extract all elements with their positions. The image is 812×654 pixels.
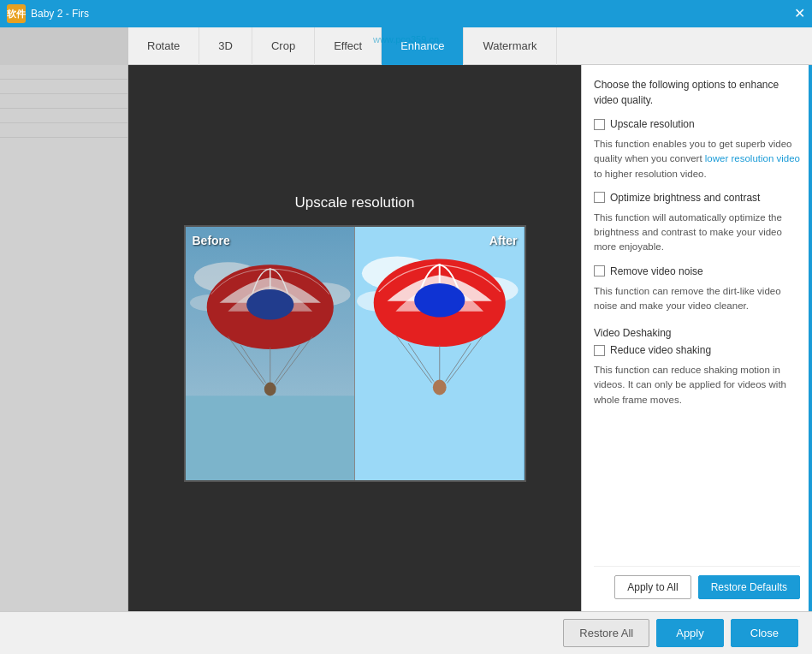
- brightness-checkbox[interactable]: [594, 192, 605, 203]
- app-logo: 软件: [7, 4, 26, 23]
- right-panel: Choose the following options to enhance …: [581, 65, 812, 611]
- before-after-container: Before: [184, 225, 526, 482]
- title-bar: 软件 Baby 2 - Firs ✕: [0, 0, 812, 27]
- after-panel: After: [355, 227, 525, 480]
- after-image: [355, 227, 525, 480]
- apply-button[interactable]: Apply: [656, 619, 724, 647]
- sidebar-item-5[interactable]: [0, 123, 127, 138]
- tab-3d[interactable]: 3D: [199, 27, 252, 65]
- close-window-button[interactable]: ✕: [794, 7, 805, 21]
- tab-effect[interactable]: Effect: [315, 27, 382, 65]
- upscale-desc: This function enables you to get superb …: [594, 137, 800, 181]
- deshaking-option-row: Reduce video shaking: [594, 344, 800, 356]
- deshaking-checkbox[interactable]: [594, 345, 605, 356]
- panel-buttons: Apply to All Restore Defaults: [594, 566, 800, 599]
- sidebar-item-4[interactable]: [0, 109, 127, 123]
- svg-point-6: [246, 289, 293, 320]
- tab-rotate[interactable]: Rotate: [128, 27, 199, 65]
- deshaking-label: Reduce video shaking: [610, 344, 711, 356]
- main-area: Upscale resolution Before: [0, 65, 812, 611]
- sidebar-item-1[interactable]: [0, 65, 127, 80]
- restore-defaults-button[interactable]: Restore Defaults: [698, 575, 800, 599]
- deshaking-section-title: Video Deshaking: [594, 327, 800, 339]
- window-title: Baby 2 - Firs: [31, 8, 89, 20]
- bottom-bar: Restore All Apply Close: [0, 611, 812, 654]
- panel-spacer: [594, 418, 800, 557]
- deshaking-desc: This function can reduce shaking motion …: [594, 363, 800, 407]
- before-panel: Before: [186, 227, 356, 480]
- tabs-bar: Rotate 3D Crop Effect Enhance Watermark: [128, 27, 812, 65]
- upscale-checkbox[interactable]: [594, 119, 605, 130]
- noise-checkbox[interactable]: [594, 265, 605, 276]
- before-image: [186, 227, 355, 480]
- before-label: Before: [193, 234, 230, 247]
- restore-all-button[interactable]: Restore All: [563, 619, 649, 647]
- upscale-label: Upscale resolution: [610, 118, 695, 130]
- apply-to-all-button[interactable]: Apply to All: [614, 575, 690, 599]
- after-label: After: [489, 234, 518, 247]
- preview-area: Upscale resolution Before: [128, 65, 581, 611]
- svg-point-12: [264, 383, 276, 396]
- sidebar-item-2[interactable]: [0, 80, 127, 94]
- brightness-label: Optimize brightness and contrast: [610, 192, 760, 204]
- tab-enhance[interactable]: Enhance: [382, 27, 464, 65]
- svg-point-18: [414, 283, 465, 318]
- noise-desc: This function can remove the dirt-like v…: [594, 284, 800, 314]
- svg-point-24: [433, 380, 447, 395]
- logo-text: 软件: [7, 8, 26, 21]
- brightness-desc: This function will automatically optimiz…: [594, 211, 800, 255]
- preview-title: Upscale resolution: [295, 194, 415, 211]
- upscale-option-row: Upscale resolution: [594, 118, 800, 130]
- tab-crop[interactable]: Crop: [252, 27, 315, 65]
- tab-watermark[interactable]: Watermark: [464, 27, 556, 65]
- noise-label: Remove video noise: [610, 265, 703, 277]
- panel-description: Choose the following options to enhance …: [594, 77, 800, 108]
- left-sidebar: [0, 65, 128, 611]
- noise-option-row: Remove video noise: [594, 265, 800, 277]
- brightness-option-row: Optimize brightness and contrast: [594, 192, 800, 204]
- close-button[interactable]: Close: [731, 619, 798, 647]
- sidebar-item-3[interactable]: [0, 94, 127, 109]
- title-bar-left: 软件 Baby 2 - Firs: [7, 4, 89, 23]
- right-edge-bar: [809, 65, 812, 611]
